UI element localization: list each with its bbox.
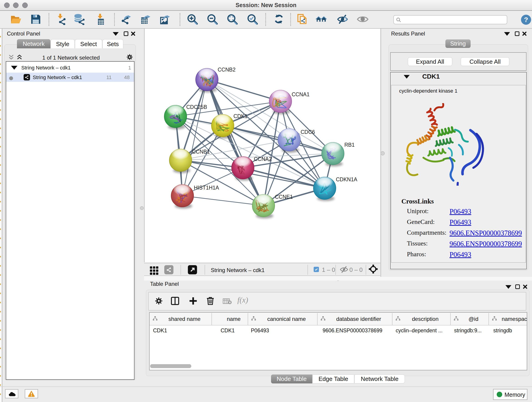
svg-text:CCNA1: CCNA1 [292,91,310,97]
svg-text:CCNB1: CCNB1 [192,149,210,155]
svg-text:CDKN1A: CDKN1A [336,177,357,182]
svg-text:CCNB2: CCNB2 [218,67,235,73]
svg-text:CDC6: CDC6 [301,129,315,135]
svg-text:HIST1H1A: HIST1H1A [194,185,219,191]
svg-text:CCNA2: CCNA2 [254,156,272,162]
svg-text:CCNE1: CCNE1 [275,194,293,200]
svg-text:RB1: RB1 [344,142,355,148]
svg-text:CDK1: CDK1 [234,113,247,119]
svg-text:CDC25B: CDC25B [186,104,207,110]
